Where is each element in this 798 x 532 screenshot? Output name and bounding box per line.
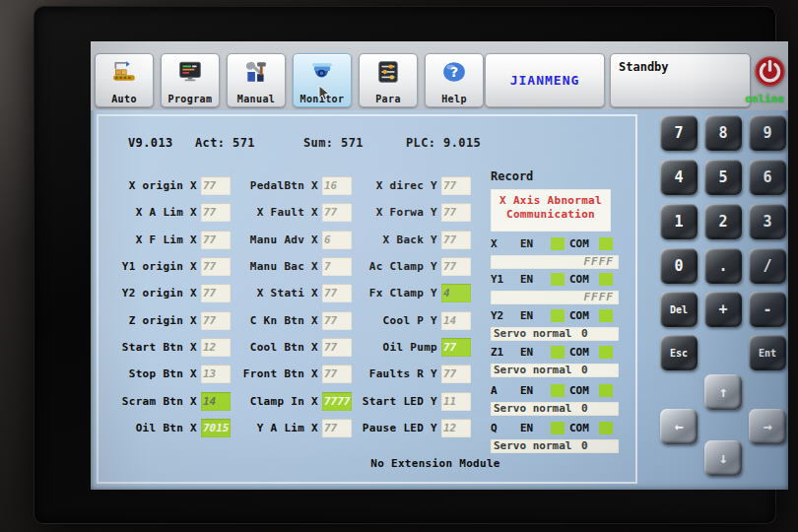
key-label: →	[763, 418, 771, 435]
svg-text:?: ?	[450, 64, 458, 80]
io-label: Y1 origin X	[94, 260, 197, 273]
key-minus[interactable]: -	[749, 292, 786, 327]
io-label: X Stati X	[215, 287, 318, 299]
io-field-row: Manu Bac X 7	[215, 253, 352, 280]
key-left-arrow[interactable]: ←	[660, 409, 698, 444]
nav-button-auto[interactable]: Auto	[95, 53, 154, 107]
key-slash[interactable]: /	[749, 248, 786, 284]
key-9[interactable]: 9	[749, 115, 786, 151]
nav-button-program[interactable]: Program	[161, 53, 220, 107]
com-indicator	[599, 237, 613, 250]
io-value-fx-clamp-y[interactable]: 4	[441, 284, 471, 302]
key-del[interactable]: Del	[660, 292, 698, 327]
key-label: Ent	[759, 348, 776, 359]
power-button[interactable]	[754, 55, 786, 88]
key-label: 3	[763, 213, 771, 231]
io-value-start-led-y[interactable]: 11	[441, 392, 471, 411]
io-label: X direc Y	[334, 179, 437, 192]
key-label: 0	[674, 257, 683, 275]
record-channel-a: A EN COM Servo normal0	[491, 384, 619, 416]
manual-icon	[241, 57, 271, 87]
io-label: Cool Btn X	[215, 341, 318, 354]
io-value-x-back-y[interactable]: 77	[441, 231, 471, 249]
key-ent[interactable]: Ent	[749, 335, 786, 370]
key-0[interactable]: 0	[660, 248, 698, 284]
io-label: Cool P Y	[334, 314, 437, 327]
nav-button-help[interactable]: ? Help	[425, 53, 484, 107]
en-indicator	[551, 384, 565, 397]
key-dot[interactable]: .	[704, 248, 742, 284]
key-right-arrow[interactable]: →	[749, 409, 786, 444]
key-3[interactable]: 3	[749, 204, 786, 239]
io-label: Oil Btn X	[94, 422, 197, 434]
com-label: COM	[569, 422, 589, 434]
station-button[interactable]: JIANMENG	[485, 53, 605, 107]
record-channel-y1: Y1 EN COM FFFF	[491, 273, 619, 304]
key-4[interactable]: 4	[660, 160, 698, 195]
io-value-x-direc-y[interactable]: 77	[441, 176, 471, 195]
en-label: EN	[520, 273, 533, 286]
key-5[interactable]: 5	[704, 160, 742, 195]
io-value-pause-led-y[interactable]: 12	[441, 419, 471, 437]
servo-status-value: 0	[581, 439, 588, 453]
key-7[interactable]: 7	[660, 115, 698, 151]
key-6[interactable]: 6	[749, 160, 786, 195]
key-8[interactable]: 8	[704, 115, 742, 151]
en-indicator	[551, 346, 565, 359]
en-indicator	[551, 273, 565, 286]
servo-status-value: 0	[581, 402, 588, 416]
io-field-row: Faults R Y 77	[334, 361, 471, 387]
channel-name: X	[491, 237, 498, 250]
plc-version-label: PLC: 9.015	[406, 136, 481, 150]
io-field-row: X F Lim X 77	[94, 227, 231, 253]
key-plus[interactable]: +	[704, 292, 742, 327]
io-value-oil-pump[interactable]: 77	[441, 338, 471, 357]
io-field-row: Scram Btn X 14	[94, 387, 231, 414]
record-title: Record	[491, 169, 533, 183]
key-down-arrow[interactable]: ↓	[704, 440, 742, 476]
io-label: X Forwa Y	[334, 206, 437, 219]
com-label: COM	[569, 273, 589, 286]
record-channel-z1: Z1 EN COM Servo normal0	[491, 346, 619, 377]
key-1[interactable]: 1	[660, 204, 698, 239]
nav-button-para[interactable]: Para	[359, 53, 418, 107]
io-field-row: Manu Adv X 6	[215, 227, 352, 253]
status-button[interactable]: Standby	[610, 53, 751, 107]
key-label: 4	[674, 168, 683, 186]
com-label: COM	[569, 384, 589, 397]
io-value-faults-r-y[interactable]: 77	[441, 365, 471, 383]
key-esc[interactable]: Esc	[660, 335, 698, 370]
io-field-row: Cool P Y 14	[334, 306, 471, 333]
io-field-row: Fx Clamp Y 4	[334, 280, 471, 306]
key-up-arrow[interactable]: ↑	[704, 374, 742, 410]
io-field-row: Z origin X 77	[94, 306, 231, 333]
io-label: X A Lim X	[94, 206, 197, 219]
io-value-ac-clamp-y[interactable]: 77	[441, 257, 471, 276]
io-field-row: Y1 origin X 77	[94, 253, 231, 280]
en-indicator	[551, 237, 565, 250]
nav-button-manual[interactable]: Manual	[227, 53, 286, 107]
io-value-cool-p-y[interactable]: 14	[441, 311, 471, 330]
key-label: ↑	[718, 383, 727, 401]
version-label: V9.013	[128, 136, 173, 150]
com-label: COM	[569, 237, 589, 250]
key-label: Del	[670, 304, 688, 315]
io-label: X Back Y	[334, 233, 437, 246]
io-label: Fx Clamp Y	[334, 287, 437, 299]
monitor-bezel: Auto Program Manual Monitor Para ? Help …	[33, 6, 776, 524]
nav-label-manual: Manual	[237, 94, 276, 104]
io-value-x-forwa-y[interactable]: 77	[441, 203, 471, 222]
key-2[interactable]: 2	[704, 204, 742, 239]
key-label: 1	[674, 213, 683, 231]
nav-button-monitor[interactable]: Monitor	[293, 53, 352, 107]
io-field-row: X direc Y 77	[334, 172, 471, 199]
screen: Auto Program Manual Monitor Para ? Help …	[91, 41, 788, 490]
en-label: EN	[520, 422, 533, 434]
program-icon	[175, 57, 205, 87]
io-field-row: C Kn Btn X 77	[215, 306, 352, 333]
io-field-row: Pause LED Y 12	[334, 415, 471, 441]
io-column-y-outputs: X direc Y 77 X Forwa Y 77 X Back Y 77 Ac…	[334, 172, 471, 441]
servo-status-text: Servo normal	[494, 439, 571, 453]
key-label: 7	[674, 124, 683, 142]
key-label: -	[763, 300, 771, 318]
